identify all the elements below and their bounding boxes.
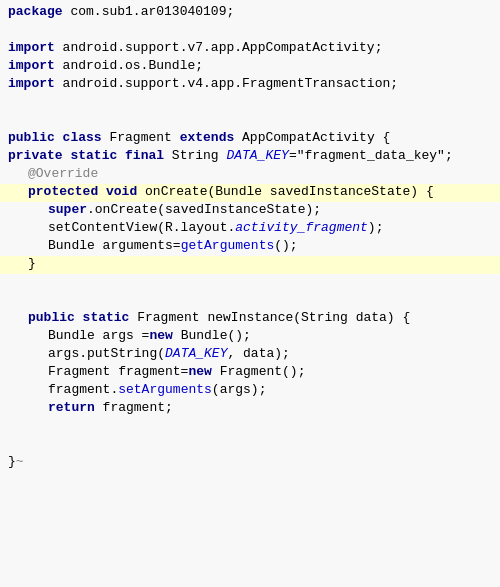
code-token: activity_fragment <box>235 220 368 235</box>
code-line: args.putString(DATA_KEY, data); <box>0 346 500 364</box>
code-token: com.sub1.ar013040109; <box>70 4 234 19</box>
code-token: Bundle arguments= <box>48 238 181 253</box>
code-token: Fragment newInstance(String data) { <box>137 310 410 325</box>
code-token: (); <box>274 238 297 253</box>
code-token: ~ <box>16 454 24 469</box>
code-token: .onCreate(savedInstanceState); <box>87 202 321 217</box>
code-token: (Bundle savedInstanceState) { <box>207 184 433 199</box>
code-token: , data); <box>227 346 289 361</box>
code-token: (args); <box>212 382 267 397</box>
code-token: } <box>8 454 16 469</box>
code-token: DATA_KEY <box>226 148 288 163</box>
code-line: import android.support.v4.app.FragmentTr… <box>0 76 500 94</box>
code-token: setArguments <box>118 382 212 397</box>
code-line: Bundle args =new Bundle(); <box>0 328 500 346</box>
code-token: getArguments <box>181 238 275 253</box>
code-line: public static Fragment newInstance(Strin… <box>0 310 500 328</box>
code-token: fragment; <box>103 400 173 415</box>
code-token: onCreate <box>145 184 207 199</box>
code-token: extends <box>180 130 242 145</box>
code-line <box>0 436 500 454</box>
code-token: android.support.v7.app.AppCompatActivity… <box>63 40 383 55</box>
code-token: import <box>8 40 63 55</box>
code-token: super <box>48 202 87 217</box>
code-token: new <box>149 328 180 343</box>
code-token: static <box>83 310 138 325</box>
code-token: AppCompatActivity { <box>242 130 390 145</box>
code-line <box>0 292 500 310</box>
code-line: fragment.setArguments(args); <box>0 382 500 400</box>
code-token: return <box>48 400 103 415</box>
code-line: import android.os.Bundle; <box>0 58 500 76</box>
code-token: Bundle(); <box>181 328 251 343</box>
code-token: void <box>106 184 145 199</box>
code-line: Bundle arguments=getArguments(); <box>0 238 500 256</box>
code-line: Fragment fragment=new Fragment(); <box>0 364 500 382</box>
code-token: @Override <box>28 166 98 181</box>
code-line: return fragment; <box>0 400 500 418</box>
code-token: final <box>125 148 172 163</box>
code-token: import <box>8 58 63 73</box>
code-line: @Override <box>0 166 500 184</box>
code-token: ="fragment_data_key"; <box>289 148 453 163</box>
code-token: Fragment(); <box>220 364 306 379</box>
code-line <box>0 94 500 112</box>
code-token: protected <box>28 184 106 199</box>
code-line: public class Fragment extends AppCompatA… <box>0 130 500 148</box>
code-token: Bundle args = <box>48 328 149 343</box>
code-token: } <box>28 256 36 271</box>
code-line: package com.sub1.ar013040109; <box>0 4 500 22</box>
code-token: android.os.Bundle; <box>63 58 203 73</box>
code-token: args.putString( <box>48 346 165 361</box>
code-token: public <box>28 310 83 325</box>
code-line: protected void onCreate(Bundle savedInst… <box>0 184 500 202</box>
code-editor: package com.sub1.ar013040109;import andr… <box>0 0 500 587</box>
code-token: import <box>8 76 63 91</box>
code-line: } <box>0 256 500 274</box>
code-token: ); <box>368 220 384 235</box>
code-token: private <box>8 148 70 163</box>
code-token: setContentView(R.layout. <box>48 220 235 235</box>
code-token: Fragment fragment= <box>48 364 188 379</box>
code-token: Fragment <box>109 130 179 145</box>
code-token: android.support.v4.app.FragmentTransacti… <box>63 76 398 91</box>
code-line <box>0 22 500 40</box>
code-token: DATA_KEY <box>165 346 227 361</box>
code-line: setContentView(R.layout.activity_fragmen… <box>0 220 500 238</box>
code-line <box>0 418 500 436</box>
code-token: new <box>188 364 219 379</box>
code-token: package <box>8 4 70 19</box>
code-line <box>0 112 500 130</box>
code-line: }~ <box>0 454 500 472</box>
code-line: super.onCreate(savedInstanceState); <box>0 202 500 220</box>
code-token: static <box>70 148 125 163</box>
code-token: public <box>8 130 63 145</box>
code-token: class <box>63 130 110 145</box>
code-line: import android.support.v7.app.AppCompatA… <box>0 40 500 58</box>
code-token: fragment. <box>48 382 118 397</box>
code-line: private static final String DATA_KEY="fr… <box>0 148 500 166</box>
code-token: String <box>172 148 227 163</box>
code-line <box>0 274 500 292</box>
